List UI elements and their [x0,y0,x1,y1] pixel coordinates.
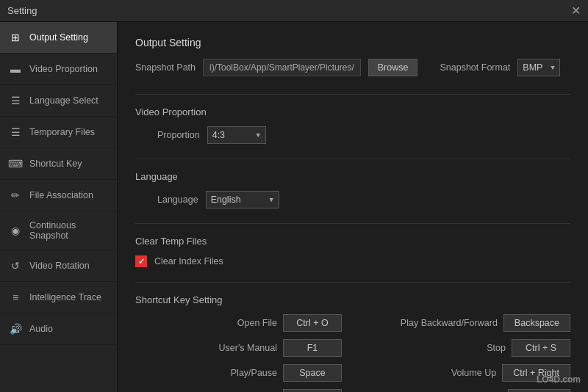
snapshot-path-label: Snapshot Path [135,62,196,73]
shortcut-label: Play/Pause [231,368,277,378]
intelligence-trace-icon: ≡ [9,291,22,304]
content-area: Output Setting Snapshot Path i)/ToolBox/… [118,22,588,392]
browse-button[interactable]: Browse [368,59,418,76]
main-title: Output Setting [135,37,570,48]
sidebar-item-language-select[interactable]: ☰ Language Select [0,85,117,117]
sidebar-label-intelligence-trace: Intelligence Trace [29,292,101,302]
language-label: Language [157,195,198,205]
shortcut-row-left-3: Snapshot F4 [135,389,342,392]
sidebar-item-video-rotation[interactable]: ↺ Video Rotation [0,250,117,282]
output-setting-row: Snapshot Path i)/ToolBox/App/SmartPlayer… [135,59,570,76]
output-setting-icon: ⊞ [9,31,22,44]
snapshot-format-wrapper: BMPJPGPNG [517,59,560,76]
sidebar-item-shortcut-key[interactable]: ⌨ Shortcut Key [0,148,117,180]
watermark-suffix: 4D.com [549,374,581,385]
language-title: Language [135,171,570,182]
divider1 [135,94,570,95]
shortcut-section: Shortcut Key Setting Open File Ctrl + O … [135,294,570,392]
shortcut-row-left-2: Play/Pause Space [135,364,342,382]
snapshot-format-label: Snapshot Format [440,62,510,73]
sidebar-label-output-setting: Output Setting [29,32,88,43]
shortcut-key-icon: ⌨ [9,157,22,170]
file-association-icon: ✏ [9,189,22,202]
sidebar-label-continuous-snapshot: Continuous Snapshot [29,220,108,241]
video-proportion-icon: ▬ [9,62,22,76]
sidebar-item-file-association[interactable]: ✏ File Association [0,180,117,211]
sidebar-label-video-rotation: Video Rotation [29,261,90,271]
clear-index-row: Clear Index Files [135,255,570,267]
sidebar-item-temporary-files[interactable]: ☰ Temporary Files [0,117,117,148]
video-proportion-section: Video Proportion Proportion 4:316:91:1 [135,106,570,144]
window-title: Setting [7,5,37,16]
sidebar-label-file-association: File Association [29,190,93,200]
shortcut-row-left-1: User's Manual F1 [135,339,342,357]
divider4 [135,282,570,283]
divider3 [135,223,570,224]
shortcut-label: Stop [487,343,506,353]
sidebar-label-audio: Audio [29,324,53,334]
shortcut-title: Shortcut Key Setting [135,294,570,305]
language-row: Language EnglishChineseFrenchGerman [135,191,570,208]
shortcut-key: Ctrl + Left [508,389,570,392]
video-rotation-icon: ↺ [9,259,22,272]
shortcut-key: Ctrl + O [283,314,342,332]
close-button[interactable]: ✕ [570,6,581,16]
shortcut-row-right-0: Play Backward/Forward Backspace [364,314,570,332]
divider2 [135,159,570,159]
audio-icon: 🔊 [9,322,22,335]
clear-index-label: Clear Index Files [154,256,223,266]
shortcut-key: Space [283,364,342,382]
main-container: ⊞ Output Setting ▬ Video Proportion ☰ La… [0,22,588,392]
proportion-select[interactable]: 4:316:91:1 [207,126,266,144]
sidebar-label-shortcut-key: Shortcut Key [29,159,82,169]
sidebar-item-continuous-snapshot[interactable]: ◉ Continuous Snapshot [0,211,117,250]
clear-temp-section: Clear Temp Files Clear Index Files [135,236,570,267]
proportion-label: Proportion [157,130,200,140]
shortcut-row-right-3: Volume Down Ctrl + Left [364,389,570,392]
shortcut-row-left-0: Open File Ctrl + O [135,314,342,332]
clear-index-checkbox[interactable] [135,255,147,267]
language-select[interactable]: EnglishChineseFrenchGerman [206,191,279,208]
language-wrapper: EnglishChineseFrenchGerman [206,191,279,208]
language-section: Language Language EnglishChineseFrenchGe… [135,171,570,208]
shortcut-row-right-1: Stop Ctrl + S [364,339,570,357]
title-bar-left: Setting [7,5,37,16]
proportion-row: Proportion 4:316:91:1 [135,126,570,144]
sidebar-label-video-proportion: Video Proportion [29,64,98,74]
video-proportion-title: Video Proportion [135,106,570,117]
shortcut-key: Ctrl + S [512,339,570,357]
shortcut-label: Open File [237,318,277,328]
title-bar: Setting ✕ [0,0,588,22]
watermark: LO4D.com [537,374,581,385]
shortcut-label: Volume Up [451,368,496,378]
continuous-snapshot-icon: ◉ [9,224,22,237]
sidebar-item-audio[interactable]: 🔊 Audio [0,313,117,345]
language-select-icon: ☰ [9,94,22,107]
watermark-prefix: LO [537,374,549,385]
proportion-wrapper: 4:316:91:1 [207,126,266,144]
sidebar-item-video-proportion[interactable]: ▬ Video Proportion [0,54,117,85]
snapshot-path-value: i)/ToolBox/App/SmartPlayer/Pictures/ [203,59,361,76]
shortcut-key: Backspace [503,314,570,332]
sidebar-item-intelligence-trace[interactable]: ≡ Intelligence Trace [0,282,117,313]
sidebar-label-language-select: Language Select [29,95,98,106]
sidebar: ⊞ Output Setting ▬ Video Proportion ☰ La… [0,22,118,392]
clear-temp-title: Clear Temp Files [135,236,570,247]
shortcut-label: User's Manual [219,343,278,353]
sidebar-label-temporary-files: Temporary Files [29,127,95,137]
shortcut-key: F4 [283,389,342,392]
snapshot-format-select[interactable]: BMPJPGPNG [517,59,560,76]
shortcut-grid: Open File Ctrl + O Play Backward/Forward… [135,314,570,392]
sidebar-item-output-setting[interactable]: ⊞ Output Setting [0,22,117,54]
shortcut-key: F1 [283,339,342,357]
temporary-files-icon: ☰ [9,126,22,139]
shortcut-label: Play Backward/Forward [401,318,498,328]
